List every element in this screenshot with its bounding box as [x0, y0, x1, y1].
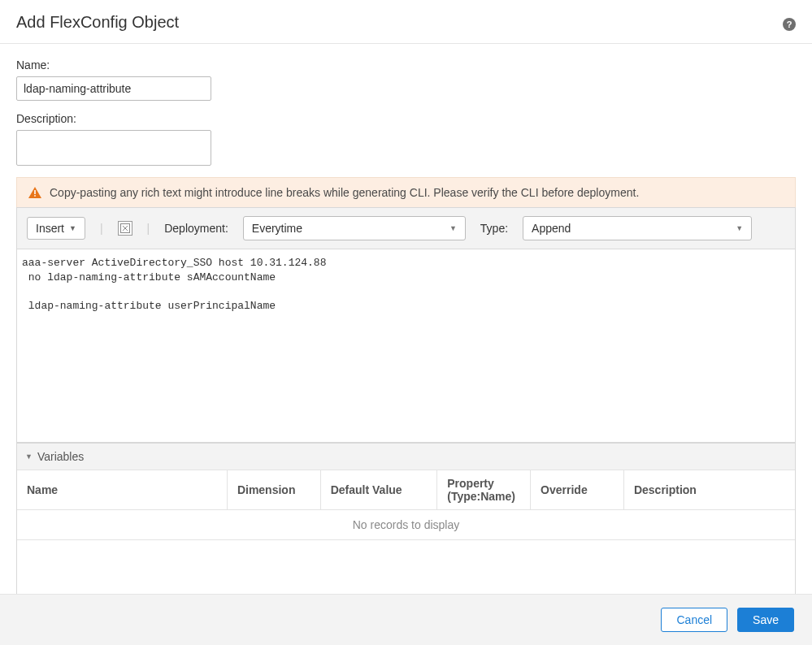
chevron-down-icon: ▼ — [69, 224, 76, 232]
variables-title: Variables — [37, 450, 84, 463]
insert-label: Insert — [36, 222, 64, 235]
insert-button[interactable]: Insert ▼ — [27, 217, 85, 240]
variable-tool-icon[interactable] — [118, 221, 132, 236]
divider: | — [100, 222, 103, 235]
chevron-down-icon: ▼ — [736, 224, 743, 232]
warning-bar: Copy-pasting any rich text might introdu… — [16, 177, 796, 207]
description-row: Description: — [16, 112, 796, 166]
col-description: Description — [623, 470, 795, 510]
deployment-label: Deployment: — [164, 222, 228, 235]
dialog-footer: Cancel Save — [0, 594, 812, 645]
description-label: Description: — [16, 112, 796, 125]
table-empty-row: No records to display — [17, 510, 795, 540]
description-input[interactable] — [16, 130, 211, 166]
col-override: Override — [531, 470, 624, 510]
dialog-title: Add FlexConfig Object — [16, 13, 179, 32]
table-header-row: Name Dimension Default Value Property (T… — [17, 470, 795, 510]
col-dimension: Dimension — [227, 470, 320, 510]
type-select[interactable]: Append ▼ — [523, 216, 752, 240]
name-label: Name: — [16, 58, 796, 71]
empty-text: No records to display — [17, 510, 795, 540]
cancel-button[interactable]: Cancel — [661, 608, 727, 632]
variables-header[interactable]: ▼ Variables — [17, 443, 795, 470]
collapse-icon: ▼ — [25, 452, 33, 461]
svg-rect-1 — [34, 195, 36, 197]
name-row: Name: — [16, 58, 796, 101]
col-property: Property (Type:Name) — [437, 470, 531, 510]
warning-icon — [28, 187, 41, 198]
type-value: Append — [532, 222, 571, 235]
variables-table: Name Dimension Default Value Property (T… — [17, 470, 795, 604]
col-default-value: Default Value — [320, 470, 437, 510]
svg-rect-0 — [34, 190, 36, 194]
warning-text: Copy-pasting any rich text might introdu… — [50, 186, 639, 199]
col-name: Name — [17, 470, 227, 510]
type-label: Type: — [480, 222, 508, 235]
deployment-select[interactable]: Everytime ▼ — [243, 216, 466, 240]
help-icon[interactable]: ? — [783, 18, 796, 31]
save-button[interactable]: Save — [737, 608, 794, 632]
variables-panel: ▼ Variables Name Dimension Default Value… — [16, 443, 796, 604]
name-input[interactable] — [16, 76, 211, 101]
cli-editor[interactable]: aaa-server ActiveDirectory_SSO host 10.3… — [16, 249, 796, 443]
deployment-value: Everytime — [252, 222, 302, 235]
editor-toolbar: Insert ▼ | | Deployment: Everytime ▼ Typ… — [16, 207, 796, 249]
divider: | — [147, 222, 150, 235]
chevron-down-icon: ▼ — [449, 224, 457, 232]
dialog-header: Add FlexConfig Object ? — [0, 0, 812, 44]
dialog-body: Name: Description: — [0, 44, 812, 166]
